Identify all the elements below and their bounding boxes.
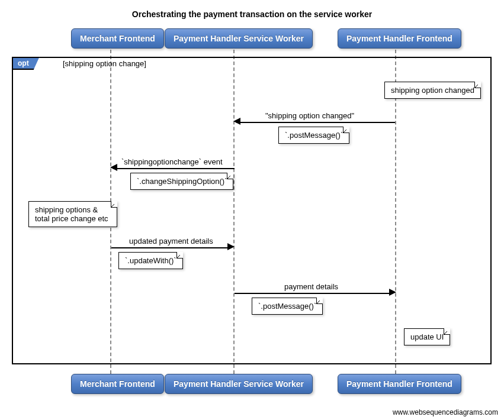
note-postmessage-2: `.postMessage()` [252, 298, 323, 315]
participant-merchant-bottom: Merchant Frontend [71, 374, 164, 394]
participant-handler-frontend-top: Payment Handler Frontend [338, 28, 461, 49]
note-text: `.updateWith()` [125, 256, 176, 265]
participant-merchant-top: Merchant Frontend [71, 28, 164, 49]
msg-payment-details: payment details [284, 282, 338, 291]
note-text: `.changeShippingOption()` [137, 177, 227, 186]
msg-shippingoptionchange-event: `shippingoptionchange` event [121, 157, 223, 166]
note-text: shipping option changed [391, 86, 474, 95]
note-changeshippingoption: `.changeShippingOption()` [130, 173, 233, 190]
participant-handler-frontend-bottom: Payment Handler Frontend [338, 374, 461, 394]
note-updatewith: `.updateWith()` [118, 252, 183, 269]
opt-condition: [shipping option change] [60, 58, 149, 69]
note-options-price: shipping options & total price change et… [28, 201, 117, 227]
arrowhead-phf-to-sw [233, 118, 240, 125]
msg-shipping-option-changed: "shipping option changed" [265, 111, 354, 120]
msg-updated-payment-details: updated payment details [129, 237, 213, 245]
opt-label: opt [12, 57, 40, 70]
arrowhead-sw-to-phf [389, 289, 396, 296]
note-text: `.postMessage()` [285, 131, 343, 140]
diagram-title: Orchestrating the payment transaction on… [0, 0, 504, 19]
note-text: `.postMessage()` [258, 302, 316, 311]
note-postmessage-1: `.postMessage()` [278, 127, 349, 144]
arrow-phf-to-sw [236, 122, 395, 123]
note-shipping-changed: shipping option changed [384, 82, 481, 99]
arrowhead-sw-to-merchant [110, 164, 117, 171]
participant-service-worker-top: Payment Handler Service Worker [165, 28, 313, 49]
arrow-sw-to-merchant [113, 168, 235, 169]
participant-service-worker-bottom: Payment Handler Service Worker [165, 374, 313, 394]
note-line2: total price change etc [35, 214, 108, 223]
arrow-merchant-to-sw [111, 247, 230, 248]
note-text: update UI [410, 332, 444, 341]
arrow-sw-to-phf [235, 293, 391, 294]
note-line1: shipping options & [35, 205, 98, 214]
watermark: www.websequencediagrams.com [393, 408, 498, 416]
note-update-ui: update UI [404, 328, 450, 345]
arrowhead-merchant-to-sw [227, 243, 235, 250]
